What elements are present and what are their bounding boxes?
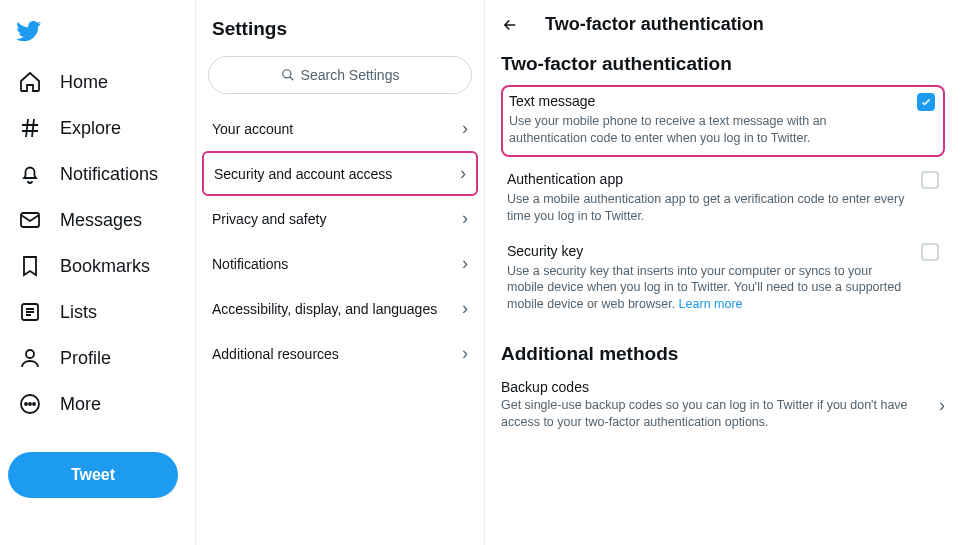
more-icon — [18, 392, 42, 416]
nav-more[interactable]: More — [8, 382, 195, 426]
settings-search[interactable]: Search Settings — [196, 56, 484, 106]
backup-codes-row[interactable]: Backup codes Get single-use backup codes… — [501, 375, 945, 435]
detail-column: Two-factor authentication Two-factor aut… — [485, 0, 961, 545]
nav-label: More — [60, 394, 101, 415]
method-title: Authentication app — [507, 171, 623, 187]
settings-item-accessibility[interactable]: Accessibility, display, and languages › — [196, 286, 484, 331]
twitter-bird-icon — [16, 18, 42, 44]
nav-label: Messages — [60, 210, 142, 231]
svg-point-6 — [33, 403, 35, 405]
method-text-message: Text message Use your mobile phone to re… — [501, 85, 945, 157]
method-security-key: Security key Use a security key that ins… — [501, 235, 945, 324]
settings-item-label: Notifications — [212, 256, 288, 272]
settings-heading: Settings — [196, 14, 484, 56]
nav-label: Home — [60, 72, 108, 93]
chevron-right-icon: › — [462, 208, 468, 229]
svg-point-7 — [282, 70, 290, 78]
settings-item-label: Security and account access — [214, 166, 392, 182]
chevron-right-icon: › — [462, 343, 468, 364]
nav-notifications[interactable]: Notifications — [8, 152, 195, 196]
back-button[interactable] — [501, 16, 519, 34]
method-title: Text message — [509, 93, 595, 109]
tweet-button[interactable]: Tweet — [8, 452, 178, 498]
section-heading: Two-factor authentication — [501, 53, 945, 85]
settings-item-label: Your account — [212, 121, 293, 137]
nav-messages[interactable]: Messages — [8, 198, 195, 242]
backup-desc: Get single-use backup codes so you can l… — [501, 395, 919, 431]
settings-item-notifications[interactable]: Notifications › — [196, 241, 484, 286]
arrow-left-icon — [501, 16, 519, 34]
nav-explore[interactable]: Explore — [8, 106, 195, 150]
additional-heading: Additional methods — [501, 337, 945, 375]
chevron-right-icon: › — [462, 253, 468, 274]
page-title: Two-factor authentication — [545, 14, 764, 35]
method-checkbox[interactable] — [921, 171, 939, 189]
chevron-right-icon: › — [462, 298, 468, 319]
method-auth-app: Authentication app Use a mobile authenti… — [501, 163, 945, 235]
chevron-right-icon: › — [939, 395, 945, 416]
nav-profile[interactable]: Profile — [8, 336, 195, 380]
settings-item-privacy[interactable]: Privacy and safety › — [196, 196, 484, 241]
method-checkbox[interactable] — [917, 93, 935, 111]
learn-more-link[interactable]: Learn more — [679, 297, 743, 311]
profile-icon — [18, 346, 42, 370]
settings-item-label: Additional resources — [212, 346, 339, 362]
chevron-right-icon: › — [462, 118, 468, 139]
method-desc: Use a security key that inserts into you… — [507, 261, 939, 314]
nav-label: Profile — [60, 348, 111, 369]
check-icon — [920, 96, 932, 108]
hash-icon — [18, 116, 42, 140]
envelope-icon — [18, 208, 42, 232]
nav-label: Bookmarks — [60, 256, 150, 277]
twitter-logo[interactable] — [8, 10, 195, 58]
nav-label: Lists — [60, 302, 97, 323]
nav-label: Explore — [60, 118, 121, 139]
method-title: Security key — [507, 243, 583, 259]
detail-header: Two-factor authentication — [501, 14, 945, 53]
method-desc: Use your mobile phone to receive a text … — [509, 111, 935, 147]
bookmark-icon — [18, 254, 42, 278]
method-checkbox[interactable] — [921, 243, 939, 261]
settings-item-security[interactable]: Security and account access › — [202, 151, 478, 196]
svg-point-2 — [26, 350, 34, 358]
settings-column: Settings Search Settings Your account › … — [195, 0, 485, 545]
settings-item-your-account[interactable]: Your account › — [196, 106, 484, 151]
backup-title: Backup codes — [501, 379, 919, 395]
search-placeholder: Search Settings — [301, 67, 400, 83]
home-icon — [18, 70, 42, 94]
nav-bookmarks[interactable]: Bookmarks — [8, 244, 195, 288]
settings-item-label: Privacy and safety — [212, 211, 326, 227]
settings-item-label: Accessibility, display, and languages — [212, 301, 437, 317]
chevron-right-icon: › — [460, 163, 466, 184]
method-desc: Use a mobile authentication app to get a… — [507, 189, 939, 225]
nav-lists[interactable]: Lists — [8, 290, 195, 334]
bell-icon — [18, 162, 42, 186]
settings-item-additional[interactable]: Additional resources › — [196, 331, 484, 376]
methods-group: Text message Use your mobile phone to re… — [501, 85, 945, 323]
svg-point-4 — [25, 403, 27, 405]
primary-nav: Home Explore Notifications Messages Book… — [0, 0, 195, 545]
nav-label: Notifications — [60, 164, 158, 185]
svg-point-5 — [29, 403, 31, 405]
search-icon — [281, 68, 295, 82]
nav-home[interactable]: Home — [8, 60, 195, 104]
list-icon — [18, 300, 42, 324]
